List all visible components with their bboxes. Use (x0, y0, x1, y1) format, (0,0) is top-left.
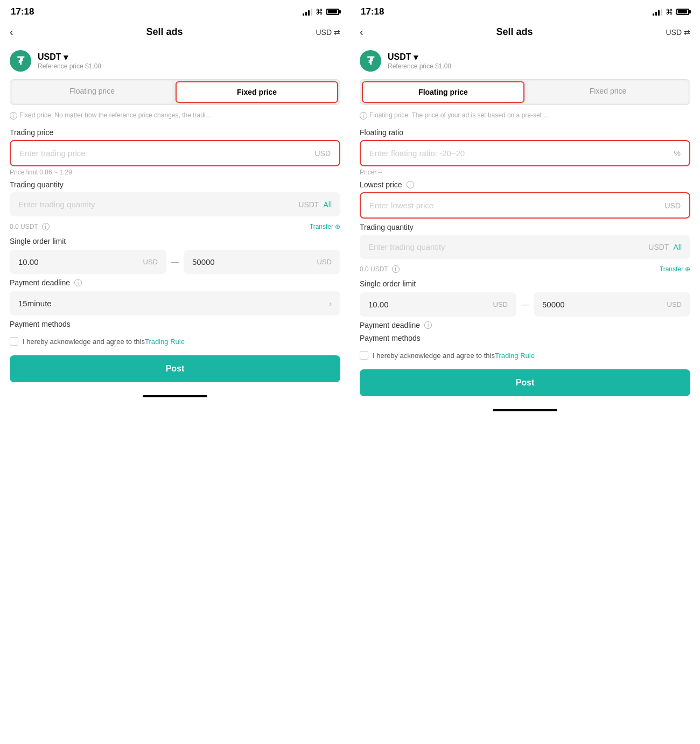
lowest-price-section-right: Lowest price i Enter lowest price USD (360, 180, 690, 219)
lowest-price-info-icon-right: i (407, 181, 414, 188)
deadline-label-left: Payment deadline i (10, 278, 340, 287)
trading-rule-link-right[interactable]: Trading Rule (495, 352, 535, 360)
currency-switch-left[interactable]: USD ⇄ (316, 28, 340, 37)
transfer-link-right[interactable]: Transfer ⊕ (660, 265, 690, 273)
order-limit-row-right: 10.00 USD — 50000 USD (360, 292, 690, 317)
signal-icon-left (303, 8, 312, 16)
price-tabs-right: Floating price Fixed price (360, 79, 690, 105)
floating-ratio-input-right[interactable]: Enter floating ratio: -20~20 % (360, 140, 690, 166)
status-time-right: 17:18 (361, 6, 384, 17)
status-bar-left: 17:18 ⌘ (0, 0, 350, 20)
min-limit-box-left[interactable]: 10.00 USD (10, 250, 166, 274)
signal-icon-right (653, 8, 662, 16)
token-name-left[interactable]: USDT ▾ (38, 52, 101, 62)
token-info-left: USDT ▾ Reference price $1.08 (38, 52, 101, 70)
tab-fixed-left[interactable]: Fixed price (176, 81, 338, 103)
post-button-left[interactable]: Post (10, 355, 340, 382)
transfer-link-left[interactable]: Transfer ⊕ (310, 223, 340, 230)
agree-checkbox-left[interactable] (10, 337, 18, 346)
deadline-label-right: Payment deadline i (360, 321, 690, 329)
status-icons-right: ⌘ (653, 8, 689, 16)
token-row-right: ₮ USDT ▾ Reference price $1.08 (350, 44, 700, 75)
payment-methods-section-right: Payment methods (360, 334, 690, 342)
balance-row-right: 0.0 USDT i Transfer ⊕ (350, 263, 700, 275)
trading-qty-input-right[interactable]: Enter trading quantity USDT All (360, 235, 690, 259)
deadline-section-right: Payment deadline i (360, 321, 690, 329)
balance-text-left: 0.0 USDT i (10, 223, 50, 230)
trading-qty-input-left[interactable]: Enter trading quantity USDT All (10, 192, 340, 216)
trading-qty-section-left: Trading quantity Enter trading quantity … (10, 180, 340, 216)
home-bar-left (143, 395, 207, 397)
currency-switch-right[interactable]: USD ⇄ (666, 28, 690, 37)
battery-icon-right (676, 9, 689, 15)
lowest-price-label-right: Lowest price i (360, 180, 690, 189)
checkbox-row-right: I hereby acknowledge and agree to thisTr… (350, 347, 700, 364)
min-limit-box-right[interactable]: 10.00 USD (360, 292, 516, 317)
info-note-left: i Fixed price: No matter how the referen… (0, 109, 350, 124)
battery-icon-left (326, 9, 339, 15)
checkbox-text-left: I hereby acknowledge and agree to thisTr… (23, 338, 185, 346)
back-button-left[interactable]: ‹ (10, 26, 13, 38)
back-button-right[interactable]: ‹ (360, 26, 363, 38)
checkbox-row-left: I hereby acknowledge and agree to thisTr… (0, 333, 350, 350)
home-indicator-right (350, 405, 700, 413)
price-hint-right: Price≈-- (360, 169, 690, 176)
wifi-icon-right: ⌘ (666, 8, 673, 16)
token-ref-left: Reference price $1.08 (38, 62, 101, 70)
trading-price-input-left[interactable]: Enter trading price USD (10, 140, 340, 166)
tab-fixed-right[interactable]: Fixed price (528, 81, 688, 103)
max-limit-box-right[interactable]: 50000 USD (534, 292, 690, 317)
token-info-right: USDT ▾ Reference price $1.08 (388, 52, 451, 70)
balance-text-right: 0.0 USDT i (360, 265, 400, 273)
trading-qty-section-right: Trading quantity Enter trading quantity … (360, 223, 690, 259)
chevron-down-icon-left: ▾ (64, 52, 68, 62)
balance-info-icon-left: i (42, 223, 50, 230)
post-button-right[interactable]: Post (360, 369, 690, 396)
header-left: ‹ Sell ads USD ⇄ (0, 20, 350, 44)
home-indicator-left (0, 391, 350, 399)
trading-rule-link-left[interactable]: Trading Rule (145, 338, 185, 346)
page-title-right: Sell ads (496, 26, 533, 38)
order-limit-label-right: Single order limit (360, 279, 690, 288)
all-link-right[interactable]: All (673, 243, 682, 251)
max-limit-box-left[interactable]: 50000 USD (184, 250, 340, 274)
lowest-price-input-right[interactable]: Enter lowest price USD (360, 192, 690, 219)
deadline-section-left: Payment deadline i (10, 278, 340, 287)
price-hint-left: Price limit 0.86 ~ 1.29 (10, 169, 340, 176)
checkbox-text-right: I hereby acknowledge and agree to thisTr… (373, 352, 535, 360)
info-icon-right: i (360, 112, 367, 120)
chevron-right-icon-left: › (329, 299, 332, 308)
tab-floating-right[interactable]: Floating price (362, 81, 524, 103)
trading-qty-label-left: Trading quantity (10, 180, 340, 189)
agree-checkbox-right[interactable] (360, 351, 368, 360)
switch-icon-right: ⇄ (684, 28, 690, 37)
deadline-info-icon-left: i (74, 279, 82, 286)
qty-units-left: USDT All (298, 200, 332, 209)
trading-price-label-left: Trading price (10, 128, 340, 137)
info-icon-left: i (10, 112, 17, 120)
order-limit-section-left: Single order limit (10, 237, 340, 245)
token-row-left: ₮ USDT ▾ Reference price $1.08 (0, 44, 350, 75)
order-limit-section-right: Single order limit (360, 279, 690, 288)
trading-qty-label-right: Trading quantity (360, 223, 690, 231)
left-panel: 17:18 ⌘ ‹ Sell ads USD ⇄ ₮ (0, 0, 350, 744)
header-right: ‹ Sell ads USD ⇄ (350, 20, 700, 44)
limit-dash-right: — (521, 300, 529, 310)
payment-methods-label-left: Payment methods (10, 320, 340, 328)
floating-ratio-label-right: Floating ratio (360, 128, 690, 137)
order-limit-label-left: Single order limit (10, 237, 340, 245)
home-bar-right (493, 409, 557, 411)
tab-floating-left[interactable]: Floating price (12, 81, 172, 103)
qty-units-right: USDT All (648, 243, 682, 251)
balance-row-left: 0.0 USDT i Transfer ⊕ (0, 221, 350, 233)
wifi-icon-left: ⌘ (316, 8, 323, 16)
deadline-box-left[interactable]: 15minute › (10, 291, 340, 315)
right-panel: 17:18 ⌘ ‹ Sell ads USD ⇄ ₮ (350, 0, 700, 744)
token-name-right[interactable]: USDT ▾ (388, 52, 451, 62)
page-title-left: Sell ads (146, 26, 183, 38)
limit-dash-left: — (171, 257, 179, 267)
all-link-left[interactable]: All (323, 200, 332, 209)
info-note-right: i Floating price: The price of your ad i… (350, 109, 700, 124)
status-icons-left: ⌘ (303, 8, 339, 16)
payment-methods-label-right: Payment methods (360, 334, 690, 342)
